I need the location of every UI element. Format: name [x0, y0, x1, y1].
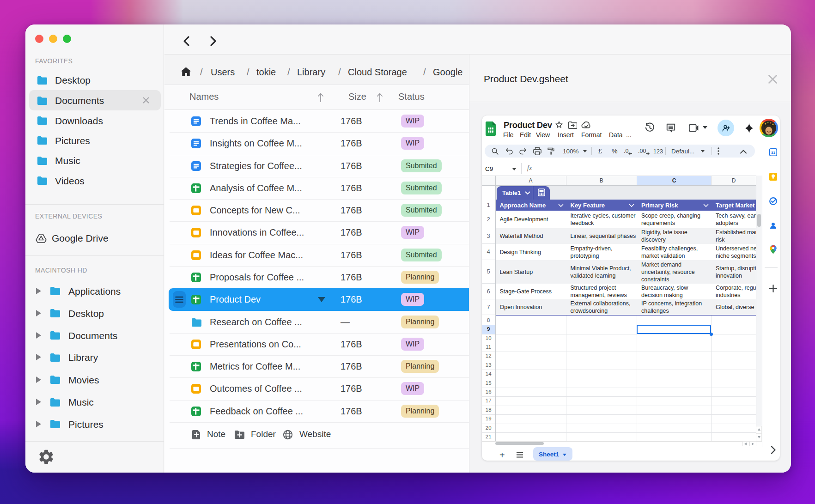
svg-text:31: 31	[771, 151, 775, 155]
